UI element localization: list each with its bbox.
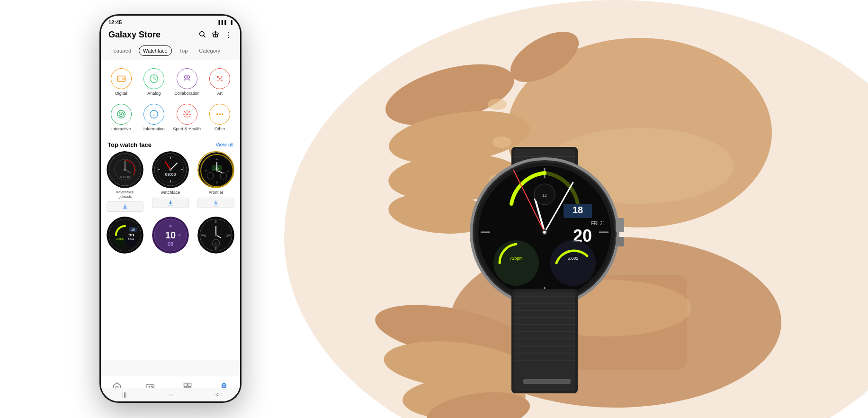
svg-rect-42 bbox=[616, 237, 624, 246]
category-sport[interactable]: Sport & Health bbox=[170, 100, 204, 136]
svg-rect-41 bbox=[616, 218, 624, 232]
svg-rect-177 bbox=[184, 383, 187, 387]
phone-screen: 12:45 ▌▌▌ ▐ Galaxy Store bbox=[101, 16, 240, 401]
category-information[interactable]: i Information bbox=[138, 100, 171, 136]
view-all-button[interactable]: View all bbox=[215, 142, 233, 147]
info-icon: i bbox=[143, 104, 164, 125]
download-frontier-btn[interactable] bbox=[197, 198, 234, 208]
svg-point-109 bbox=[222, 113, 224, 115]
svg-text:5,602: 5,602 bbox=[128, 237, 134, 240]
search-icon[interactable] bbox=[198, 30, 206, 40]
svg-text:12: 12 bbox=[215, 157, 219, 160]
svg-rect-75 bbox=[523, 379, 571, 384]
digital-label: Digital bbox=[115, 91, 127, 96]
svg-point-108 bbox=[219, 113, 221, 115]
svg-point-115 bbox=[124, 168, 126, 171]
screen-content: 00:00 Digital bbox=[101, 60, 240, 360]
svg-point-60 bbox=[543, 231, 546, 234]
svg-text:i: i bbox=[153, 111, 155, 117]
other-icon bbox=[209, 104, 230, 125]
tab-category[interactable]: Category bbox=[195, 46, 224, 55]
svg-text:0 20 40: 0 20 40 bbox=[120, 176, 130, 179]
sport-icon bbox=[177, 104, 197, 125]
watchface-item-frontier[interactable]: 12 12 3 6 9 bbox=[197, 151, 235, 212]
interactive-icon bbox=[111, 104, 132, 125]
category-other[interactable]: Other bbox=[204, 100, 237, 136]
svg-text:72bpm: 72bpm bbox=[510, 256, 523, 261]
svg-line-85 bbox=[154, 79, 156, 80]
svg-point-98 bbox=[186, 113, 188, 115]
collab-label: Collaboration bbox=[174, 91, 199, 96]
svg-text:08: 08 bbox=[168, 241, 173, 247]
section-header: Top watch face View all bbox=[101, 137, 240, 151]
nav-recent-btn[interactable]: ||| bbox=[122, 391, 126, 398]
more-icon[interactable]: ⋮ bbox=[225, 30, 233, 39]
svg-text:9: 9 bbox=[204, 234, 206, 237]
svg-text:72bpm: 72bpm bbox=[116, 237, 123, 240]
svg-point-89 bbox=[221, 76, 223, 78]
watchface-classic-img: 0 20 40 bbox=[107, 151, 143, 188]
download-2-btn[interactable] bbox=[152, 198, 189, 208]
svg-point-128 bbox=[170, 168, 172, 171]
svg-line-77 bbox=[204, 36, 206, 37]
svg-point-145 bbox=[109, 219, 141, 251]
watchface-item-6[interactable]: 3 9 22 bbox=[197, 217, 235, 254]
svg-point-86 bbox=[184, 76, 187, 79]
category-collaboration[interactable]: Collaboration bbox=[170, 64, 204, 100]
battery-icon: ▐ bbox=[230, 20, 233, 25]
watchface-item-classic[interactable]: 0 20 40 Watchface_classic bbox=[106, 151, 144, 212]
digital-icon: 00:00 bbox=[111, 68, 132, 89]
svg-point-158 bbox=[178, 234, 181, 236]
status-icons: ▌▌▌ ▐ bbox=[218, 20, 233, 25]
watchface-2-label: watchface bbox=[161, 190, 180, 195]
tabs-row: Featured Watchface Top Category bbox=[101, 44, 240, 60]
collab-icon bbox=[177, 68, 197, 89]
app-title: Galaxy Store bbox=[108, 30, 161, 40]
svg-rect-64 bbox=[514, 291, 575, 391]
watchface-item-4[interactable]: 18 20 72bpm 5,602 bbox=[106, 217, 144, 254]
svg-text:10: 10 bbox=[165, 230, 176, 240]
other-label: Other bbox=[215, 127, 225, 132]
nav-home-btn[interactable]: ○ bbox=[170, 391, 173, 398]
download-classic-btn[interactable] bbox=[107, 201, 143, 212]
watchface-item-2[interactable]: 09:03 watchface bbox=[151, 151, 190, 212]
svg-text:12: 12 bbox=[542, 193, 547, 198]
svg-text:3: 3 bbox=[226, 234, 228, 237]
watchface-6-img: 3 9 22 bbox=[197, 217, 234, 254]
category-grid: 00:00 Digital bbox=[101, 60, 240, 137]
svg-line-106 bbox=[184, 116, 186, 117]
svg-rect-178 bbox=[188, 383, 191, 387]
category-analog[interactable]: Analog bbox=[138, 64, 171, 100]
svg-point-91 bbox=[221, 80, 223, 82]
status-bar: 12:45 ▌▌▌ ▐ bbox=[101, 16, 240, 27]
category-interactive[interactable]: Interactive bbox=[105, 100, 138, 136]
analog-icon bbox=[143, 68, 164, 89]
watchface-frontier-img: 12 12 3 6 9 bbox=[197, 151, 234, 188]
tab-featured[interactable]: Featured bbox=[107, 46, 135, 55]
category-digital[interactable]: 00:00 Digital bbox=[105, 64, 138, 100]
art-icon bbox=[209, 68, 230, 89]
svg-line-105 bbox=[188, 111, 190, 113]
svg-text:18: 18 bbox=[573, 205, 583, 215]
gift-icon[interactable] bbox=[212, 30, 219, 40]
tab-top[interactable]: Top bbox=[176, 46, 192, 55]
svg-text:09:03: 09:03 bbox=[165, 172, 176, 177]
phone-mockup: 12:45 ▌▌▌ ▐ Galaxy Store bbox=[99, 14, 242, 403]
svg-line-103 bbox=[184, 111, 186, 113]
watchface-5-img: 10 08 bbox=[152, 217, 189, 254]
svg-point-157 bbox=[169, 225, 172, 227]
svg-point-76 bbox=[200, 31, 204, 36]
category-art[interactable]: Art bbox=[204, 64, 237, 100]
watchface-row-1: 0 20 40 Watchface_classic bbox=[101, 151, 240, 212]
nav-back-btn[interactable]: < bbox=[215, 391, 219, 398]
tab-watchface[interactable]: Watchface bbox=[139, 45, 172, 56]
svg-point-171 bbox=[215, 234, 217, 236]
app-header: Galaxy Store ⋮ bbox=[101, 27, 240, 44]
status-time: 12:45 bbox=[108, 19, 122, 25]
analog-label: Analog bbox=[147, 91, 161, 96]
watchface-2-img: 09:03 bbox=[152, 151, 189, 188]
interactive-label: Interactive bbox=[111, 127, 131, 132]
watchface-item-5[interactable]: 10 08 bbox=[151, 217, 190, 254]
watchface-4-img: 18 20 72bpm 5,602 bbox=[107, 217, 143, 254]
header-icons: ⋮ bbox=[198, 30, 233, 40]
